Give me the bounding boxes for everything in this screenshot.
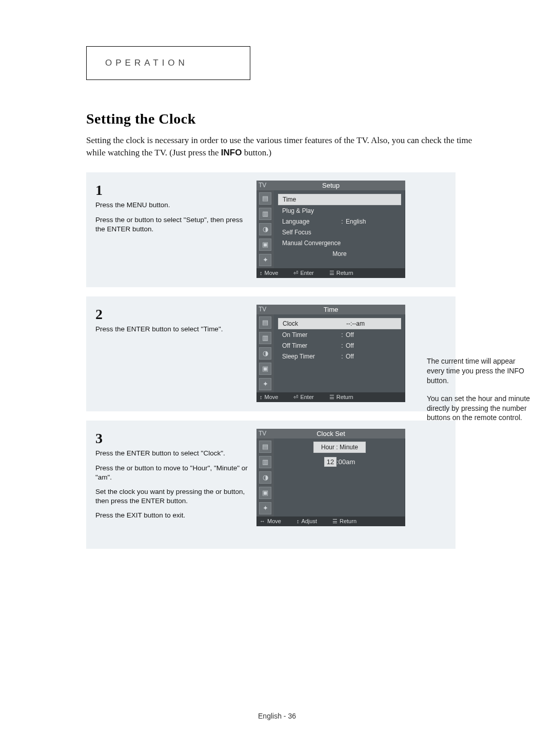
step-2-p1: Press the ENTER button to select "Time".: [95, 325, 249, 334]
osd1-footer: ↕Move ⏎Enter ☰Return: [256, 268, 405, 278]
intro-text-before: Setting the clock is necessary in order …: [86, 135, 472, 157]
side-note-p2: You can set the hour and minute directly…: [427, 394, 535, 423]
osd2-row-sep: :: [339, 342, 346, 349]
return-icon: ☰: [329, 270, 334, 276]
osd3-footer-return: ☰Return: [332, 518, 357, 525]
clock-ampm[interactable]: am: [346, 458, 355, 466]
step-2-text: 2 Press the ENTER button to select "Time…: [86, 305, 256, 402]
step-3-text: 3 Press the ENTER button to select "Cloc…: [86, 429, 256, 540]
step-1: 1 Press the MENU button. Press the or bu…: [86, 172, 456, 287]
osd-footer-move-text: Move: [265, 270, 279, 276]
sidebar-icon: ▣: [259, 238, 271, 251]
osd2-row-sleeptimer[interactable]: Sleep Timer : Off: [278, 351, 401, 362]
osd3-tv-label: TV: [259, 430, 266, 437]
osd1-row-label: More: [332, 250, 346, 257]
sidebar-icon: ▤: [259, 441, 271, 453]
osd2-row-label: On Timer: [282, 331, 339, 339]
osd-time: TV Time ▤ ▥ ◑ ▣ ✦ Clock: [256, 305, 405, 402]
step-2-number: 2: [95, 305, 249, 324]
osd1-footer-return: ☰Return: [329, 270, 353, 276]
osd2-sidebar: ▤ ▥ ◑ ▣ ✦: [256, 314, 274, 392]
sidebar-icon: ✦: [259, 502, 271, 514]
osd1-row-language[interactable]: Language : English: [278, 216, 401, 227]
osd2-footer: ↕Move ⏎Enter ☰Return: [256, 392, 405, 402]
osd-footer-adjust-text: Adjust: [301, 518, 317, 524]
osd2-titlebar: TV Time: [256, 305, 405, 314]
osd3-content: Hour : Minute 12:00am: [274, 439, 405, 516]
osd3-footer-move: ↔Move: [260, 518, 281, 525]
osd1-row-more[interactable]: More: [278, 249, 401, 259]
sidebar-icon: ✦: [259, 254, 271, 266]
osd2-tv-label: TV: [259, 306, 266, 313]
sidebar-icon: ▤: [259, 192, 271, 205]
clock-time-value[interactable]: 12:00am: [324, 458, 355, 466]
osd1-row-selffocus[interactable]: Self Focus: [278, 227, 401, 237]
sidebar-icon: ▥: [259, 456, 271, 468]
osd3-title: Clock Set: [316, 430, 345, 437]
osd2-row-val: Off: [346, 342, 397, 349]
updown-icon: ↕: [296, 518, 300, 524]
intro-text-after: button.): [244, 148, 271, 157]
sidebar-icon: ✦: [259, 378, 271, 390]
osd2-footer-return: ☰Return: [329, 394, 353, 401]
osd1-title: Setup: [322, 182, 340, 189]
step-3-osd-wrap: TV Clock Set ▤ ▥ ◑ ▣ ✦ Hour : Minute: [256, 429, 456, 540]
step-1-p2: Press the or button to select "Setup", t…: [95, 215, 249, 234]
updown-icon: ↕: [260, 270, 263, 276]
sidebar-icon: ◑: [259, 223, 271, 235]
step-3-p4: Press the EXIT button to exit.: [95, 511, 249, 520]
step-1-number: 1: [95, 181, 249, 200]
osd-setup: TV Setup ▤ ▥ ◑ ▣ ✦ Time: [256, 181, 405, 278]
enter-icon: ⏎: [293, 270, 298, 276]
hour-minute-label: Hour : Minute: [321, 444, 358, 451]
osd3-titlebar: TV Clock Set: [256, 429, 405, 439]
page-footer: English - 36: [0, 712, 554, 720]
osd1-content: Time Plug & Play Language : English Self…: [274, 190, 405, 268]
osd1-row-label: Plug & Play: [282, 207, 339, 214]
osd1-row-time[interactable]: Time: [278, 194, 401, 205]
sidebar-icon: ◑: [259, 347, 271, 360]
step-3-p2: Press the or button to move to "Hour", "…: [95, 464, 249, 482]
osd2-row-sep: :: [339, 353, 346, 360]
osd2-row-val: --:--am: [346, 320, 397, 327]
osd-footer-return-text: Return: [337, 394, 353, 400]
step-3-p1: Press the ENTER button to select "Clock"…: [95, 449, 249, 458]
osd1-row-label: Language: [282, 218, 339, 225]
sidebar-icon: ▣: [259, 487, 271, 499]
osd-footer-move-text: Move: [265, 394, 279, 400]
header-label: OPERATION: [105, 58, 188, 68]
osd3-footer: ↔Move ↕Adjust ☰Return: [256, 516, 405, 526]
return-icon: ☰: [332, 518, 338, 525]
osd1-row-label: Time: [283, 196, 339, 203]
osd2-row-clock[interactable]: Clock --:--am: [278, 318, 401, 329]
osd2-title: Time: [324, 306, 338, 313]
sidebar-icon: ▥: [259, 332, 271, 344]
osd2-row-ontimer[interactable]: On Timer : Off: [278, 330, 401, 340]
step-1-p1: Press the MENU button.: [95, 201, 249, 210]
osd2-footer-move: ↕Move: [260, 394, 278, 401]
osd2-row-val: Off: [346, 353, 397, 360]
osd1-row-manual-convergence[interactable]: Manual Convergence: [278, 238, 401, 248]
sidebar-icon: ▥: [259, 208, 271, 220]
osd2-row-val: Off: [346, 331, 397, 339]
intro-paragraph: Setting the clock is necessary in order …: [86, 134, 492, 159]
osd-footer-enter-text: Enter: [300, 270, 313, 276]
enter-icon: ⏎: [293, 394, 298, 401]
osd1-row-sep: :: [339, 218, 346, 225]
step-1-text: 1 Press the MENU button. Press the or bu…: [86, 181, 256, 278]
osd2-row-offtimer[interactable]: Off Timer : Off: [278, 341, 401, 351]
page-title: Setting the Clock: [86, 111, 513, 127]
osd2-row-sep: :: [339, 331, 346, 339]
clock-minute[interactable]: 00: [339, 458, 346, 466]
osd2-footer-enter: ⏎Enter: [293, 394, 313, 401]
osd-footer-return-text: Return: [337, 270, 353, 276]
intro-info-bold: INFO: [221, 148, 242, 157]
step-3-number: 3: [95, 429, 249, 448]
side-note-p1: The current time will appear every time …: [427, 356, 535, 386]
clock-hour[interactable]: 12: [324, 457, 337, 467]
section-header: OPERATION: [41, 46, 513, 80]
osd2-row-label: Sleep Timer: [282, 353, 339, 360]
osd1-row-plugplay[interactable]: Plug & Play: [278, 206, 401, 216]
osd2-content: Clock --:--am On Timer : Off Off Timer :: [274, 314, 405, 392]
osd-footer-enter-text: Enter: [300, 394, 313, 400]
